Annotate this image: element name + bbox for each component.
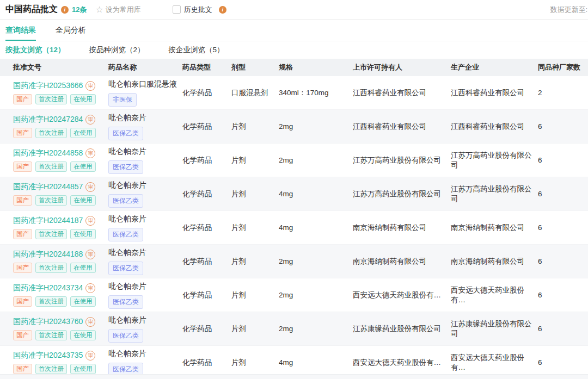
tab-query-results[interactable]: 查询结果 <box>5 20 36 41</box>
status-tag: 国产 <box>13 195 32 206</box>
dosage-form: 片剂 <box>231 245 279 278</box>
drug-type: 化学药品 <box>182 312 231 345</box>
page-title: 中国药品批文 <box>5 4 58 15</box>
review-badge-icon[interactable]: 审 <box>85 81 95 91</box>
status-tag: 首次注册 <box>35 161 67 172</box>
spec: 4mg <box>279 211 353 244</box>
status-tag: 在使用 <box>70 330 96 341</box>
review-badge-icon[interactable]: 审 <box>85 182 95 192</box>
manufacturer: 南京海纳制药有限公司 <box>451 245 538 278</box>
same-variety-count: 6 <box>538 245 588 278</box>
set-favorite-button[interactable]: ☆ 设为常用库 <box>95 5 140 15</box>
license-holder: 江苏万高药业股份有限公司 <box>353 177 451 210</box>
spec: 2mg <box>279 110 353 143</box>
status-tag: 在使用 <box>70 229 96 240</box>
col-header-license-holder: 上市许可持有人 <box>353 63 451 72</box>
license-holder: 南京海纳制药有限公司 <box>353 211 451 244</box>
subtab-by-approval[interactable]: 按批文浏览（12） <box>5 45 65 55</box>
same-variety-count: 2 <box>538 76 588 109</box>
same-variety-count: 6 <box>538 177 588 210</box>
status-tag: 国产 <box>13 330 32 341</box>
dosage-form: 片剂 <box>231 110 279 143</box>
drug-name: 吡仑帕奈片 <box>108 147 177 157</box>
approval-number-link[interactable]: 国药准字H20247284 <box>13 115 83 125</box>
review-badge-icon[interactable]: 审 <box>85 115 95 125</box>
table-row[interactable]: 国药准字H20247284 审 国产首次注册在使用 吡仑帕奈片 医保乙类 化学药… <box>0 110 588 144</box>
review-badge-icon[interactable]: 审 <box>85 250 95 259</box>
table-row[interactable]: 国药准字H20243734 审 国产首次注册在使用 吡仑帕奈片 医保乙类 化学药… <box>0 278 588 312</box>
status-tag: 国产 <box>13 263 32 274</box>
manufacturer: 江苏万高药业股份有限公司 <box>451 177 538 210</box>
info-icon[interactable]: i <box>219 6 226 14</box>
status-tag: 国产 <box>13 364 32 375</box>
spec: 2mg <box>279 245 353 278</box>
table-row[interactable]: 国药准字H20244188 审 国产首次注册在使用 吡仑帕奈片 医保乙类 化学药… <box>0 245 588 278</box>
table-row[interactable]: 国药准字H20244858 审 国产首次注册在使用 吡仑帕奈片 医保乙类 化学药… <box>0 144 588 177</box>
insurance-tag: 医保乙类 <box>108 160 143 174</box>
review-badge-icon[interactable]: 审 <box>85 216 95 226</box>
review-badge-icon[interactable]: 审 <box>85 351 95 361</box>
tab-global-analysis[interactable]: 全局分析 <box>56 20 86 41</box>
license-holder: 江西科睿药业有限公司 <box>353 110 451 143</box>
status-tag: 在使用 <box>70 364 96 375</box>
col-header-drug-name: 药品名称 <box>108 63 182 72</box>
table-row[interactable]: 国药准字H20243760 审 国产首次注册在使用 吡仑帕奈片 医保乙类 化学药… <box>0 312 588 346</box>
manufacturer: 江西科睿药业有限公司 <box>451 76 538 109</box>
insurance-tag: 医保乙类 <box>108 194 143 208</box>
status-tag: 国产 <box>13 229 32 240</box>
drug-name: 吡仑帕奈片 <box>108 181 177 190</box>
history-filter: 历史批文 i <box>173 5 230 15</box>
manufacturer: 南京海纳制药有限公司 <box>451 211 538 244</box>
approval-number-link[interactable]: 国药准字H20243735 <box>13 351 83 361</box>
insurance-tag: 医保乙类 <box>108 228 143 241</box>
approval-number-link[interactable]: 国药准字H20244188 <box>13 250 83 259</box>
same-variety-count: 6 <box>538 211 588 244</box>
status-tag: 首次注册 <box>35 330 67 341</box>
status-tag: 在使用 <box>70 195 96 206</box>
same-variety-count: 6 <box>538 312 588 345</box>
insurance-tag: 医保乙类 <box>108 295 143 309</box>
col-header-manufacturer: 生产企业 <box>451 63 538 72</box>
table-row[interactable]: 国药准字H20244857 审 国产首次注册在使用 吡仑帕奈片 医保乙类 化学药… <box>0 177 588 211</box>
spec: 2mg <box>279 278 353 312</box>
approval-number-link[interactable]: 国药准字H20243760 <box>13 317 83 327</box>
drug-type: 化学药品 <box>182 245 231 278</box>
license-holder: 南京海纳制药有限公司 <box>353 245 451 278</box>
subtab-by-company[interactable]: 按企业浏览（5） <box>169 45 224 55</box>
status-tag: 在使用 <box>70 263 96 274</box>
drug-name: 吡仑帕奈片 <box>108 282 177 291</box>
spec: 340ml：170mg <box>279 76 353 109</box>
approval-number-link[interactable]: 国药准字H20244187 <box>13 216 83 226</box>
table-row[interactable]: 国药准字H20253666 审 国产首次注册在使用 吡仑帕奈口服混悬液 非医保 … <box>0 76 588 110</box>
drug-name: 吡仑帕奈片 <box>108 214 177 224</box>
drug-type: 化学药品 <box>182 278 231 312</box>
status-tag: 国产 <box>13 128 32 139</box>
drug-type: 化学药品 <box>182 177 231 210</box>
status-tag: 国产 <box>13 296 32 307</box>
license-holder: 西安远大德天药业股份有… <box>353 278 451 312</box>
license-holder: 江西科睿药业有限公司 <box>353 76 451 109</box>
review-badge-icon[interactable]: 审 <box>85 283 95 293</box>
approval-number-link[interactable]: 国药准字H20244857 <box>13 182 83 192</box>
approval-number-link[interactable]: 国药准字H20244858 <box>13 148 83 158</box>
approval-number-link[interactable]: 国药准字H20253666 <box>13 81 83 91</box>
insurance-tag: 非医保 <box>108 93 137 107</box>
info-icon[interactable]: i <box>61 6 69 14</box>
table-body: 国药准字H20253666 审 国产首次注册在使用 吡仑帕奈口服混悬液 非医保 … <box>0 76 588 379</box>
review-badge-icon[interactable]: 审 <box>85 317 95 327</box>
subtab-by-variety[interactable]: 按品种浏览（2） <box>89 45 145 55</box>
manufacturer: 江苏康缘药业股份有限公司 <box>451 312 538 345</box>
drug-name: 吡仑帕奈片 <box>108 113 177 123</box>
table-row[interactable]: 国药准字H20244187 审 国产首次注册在使用 吡仑帕奈片 医保乙类 化学药… <box>0 211 588 245</box>
review-badge-icon[interactable]: 审 <box>85 148 95 158</box>
drug-name: 吡仑帕奈片 <box>108 248 177 258</box>
status-tags: 国产首次注册在使用 <box>13 364 103 375</box>
status-tags: 国产首次注册在使用 <box>13 263 103 274</box>
browse-subtabs: 按批文浏览（12）按品种浏览（2）按企业浏览（5） <box>0 41 588 59</box>
spec: 2mg <box>279 144 353 177</box>
col-header-dosage-form: 剂型 <box>231 63 279 72</box>
spec: 4mg <box>279 177 353 210</box>
history-checkbox[interactable] <box>173 5 181 14</box>
drug-type: 化学药品 <box>182 144 231 177</box>
approval-number-link[interactable]: 国药准字H20243734 <box>13 283 83 293</box>
